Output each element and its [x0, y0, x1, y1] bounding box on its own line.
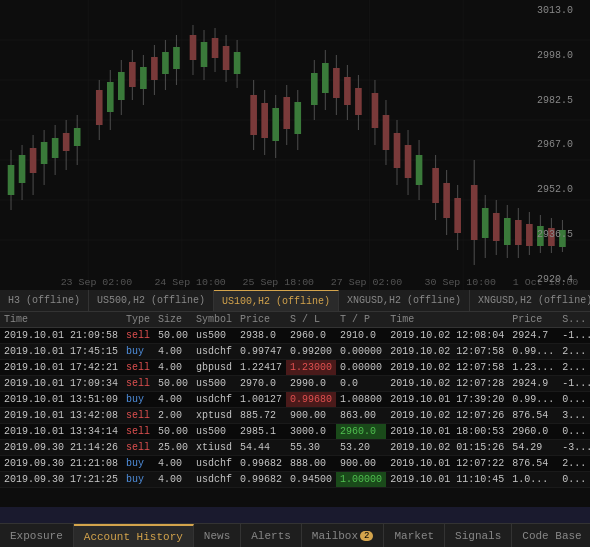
- cell-symbol: us500: [192, 328, 236, 344]
- cell-s: 2...: [558, 456, 590, 472]
- bottom-tabs: Exposure Account History News Alerts Mai…: [0, 523, 590, 547]
- cell-sl: 2960.0: [286, 328, 336, 344]
- svg-rect-67: [333, 68, 340, 98]
- tab-code-base[interactable]: Code Base: [512, 524, 590, 547]
- cell-open-time: 2019.10.01 13:34:14: [0, 424, 122, 440]
- chart-tabs: H3 (offline) US500,H2 (offline) US100,H2…: [0, 290, 590, 312]
- cell-type: sell: [122, 360, 154, 376]
- cell-tp: 1.00000: [336, 472, 386, 488]
- cell-symbol: gbpusd: [192, 360, 236, 376]
- svg-rect-55: [261, 103, 268, 138]
- chart-tab-us500[interactable]: US500,H2 (offline): [89, 290, 214, 311]
- cell-tp: 2960.0: [336, 424, 386, 440]
- cell-size: 25.00: [154, 440, 192, 456]
- svg-rect-17: [30, 148, 37, 173]
- col-size: Size: [154, 312, 192, 328]
- cell-close-time: 2019.10.02 12:07:58: [386, 360, 508, 376]
- table-row[interactable]: 2019.10.01 13:42:08 sell 2.00 xptusd 885…: [0, 408, 590, 424]
- cell-size: 4.00: [154, 456, 192, 472]
- tab-news[interactable]: News: [194, 524, 241, 547]
- svg-rect-35: [140, 67, 147, 89]
- col-sl: S / L: [286, 312, 336, 328]
- table-row[interactable]: 2019.09.30 17:21:25 buy 4.00 usdchf 0.99…: [0, 472, 590, 488]
- tab-alerts[interactable]: Alerts: [241, 524, 302, 547]
- cell-type: sell: [122, 440, 154, 456]
- cell-tp: 0.00000: [336, 344, 386, 360]
- tab-signals[interactable]: Signals: [445, 524, 512, 547]
- svg-text:25 Sep 18:00: 25 Sep 18:00: [243, 277, 315, 287]
- svg-rect-33: [129, 62, 136, 87]
- svg-text:30 Sep 10:00: 30 Sep 10:00: [425, 277, 497, 287]
- chart-tab-xngusd2[interactable]: XNGUSD,H2 (offline): [470, 290, 590, 311]
- cell-close-price: 876.54: [508, 408, 558, 424]
- table-row[interactable]: 2019.10.01 13:34:14 sell 50.00 us500 298…: [0, 424, 590, 440]
- svg-rect-53: [250, 95, 257, 135]
- table-row[interactable]: 2019.09.30 21:14:26 sell 25.00 xtiusd 54…: [0, 440, 590, 456]
- cell-sl: 3000.0: [286, 424, 336, 440]
- table-row[interactable]: 2019.10.01 17:45:15 buy 4.00 usdchf 0.99…: [0, 344, 590, 360]
- cell-tp: 2910.0: [336, 328, 386, 344]
- cell-type: sell: [122, 328, 154, 344]
- cell-open-price: 0.99682: [236, 456, 286, 472]
- table-row[interactable]: 2019.10.01 17:09:34 sell 50.00 us500 297…: [0, 376, 590, 392]
- cell-s: 3...: [558, 408, 590, 424]
- cell-tp: 0.00000: [336, 360, 386, 376]
- table-row[interactable]: 2019.10.01 13:51:09 buy 4.00 usdchf 1.00…: [0, 392, 590, 408]
- col-close-time: Time: [386, 312, 508, 328]
- col-tp: T / P: [336, 312, 386, 328]
- svg-rect-79: [405, 145, 412, 178]
- svg-rect-83: [432, 168, 439, 203]
- cell-s: -3...: [558, 440, 590, 456]
- price-labels: 3013.0 2998.0 2982.5 2967.0 2952.0 2936.…: [535, 0, 590, 290]
- cell-type: sell: [122, 408, 154, 424]
- cell-close-time: 2019.10.02 01:15:26: [386, 440, 508, 456]
- cell-close-time: 2019.10.01 11:10:45: [386, 472, 508, 488]
- price-label-6: 2936.5: [537, 229, 588, 240]
- cell-open-price: 0.99682: [236, 472, 286, 488]
- tab-market[interactable]: Market: [384, 524, 445, 547]
- tab-mailbox[interactable]: Mailbox 2: [302, 524, 385, 547]
- cell-close-price: 1.0...: [508, 472, 558, 488]
- chart-tab-us100[interactable]: US100,H2 (offline): [214, 290, 339, 311]
- cell-open-time: 2019.09.30 21:21:08: [0, 456, 122, 472]
- cell-close-price: 54.29: [508, 440, 558, 456]
- cell-tp: 0.0: [336, 376, 386, 392]
- cell-open-price: 2938.0: [236, 328, 286, 344]
- cell-size: 50.00: [154, 424, 192, 440]
- cell-close-price: 1.23...: [508, 360, 558, 376]
- svg-rect-61: [294, 102, 301, 134]
- cell-open-time: 2019.10.01 13:51:09: [0, 392, 122, 408]
- cell-close-time: 2019.10.01 17:39:20: [386, 392, 508, 408]
- svg-rect-15: [19, 155, 26, 183]
- col-price: Price: [236, 312, 286, 328]
- tab-account-history[interactable]: Account History: [74, 524, 194, 547]
- mailbox-badge: 2: [360, 531, 373, 541]
- cell-type: buy: [122, 392, 154, 408]
- cell-size: 4.00: [154, 472, 192, 488]
- cell-type: buy: [122, 472, 154, 488]
- cell-open-time: 2019.09.30 21:14:26: [0, 440, 122, 456]
- svg-rect-85: [443, 183, 450, 218]
- svg-rect-51: [234, 52, 241, 74]
- cell-sl: 2990.0: [286, 376, 336, 392]
- cell-open-price: 1.22417: [236, 360, 286, 376]
- cell-close-time: 2019.10.01 12:07:22: [386, 456, 508, 472]
- cell-open-price: 54.44: [236, 440, 286, 456]
- cell-symbol: xtiusd: [192, 440, 236, 456]
- cell-close-price: 0.99...: [508, 392, 558, 408]
- cell-symbol: usdchf: [192, 344, 236, 360]
- cell-open-time: 2019.09.30 17:21:25: [0, 472, 122, 488]
- cell-close-price: 2924.9: [508, 376, 558, 392]
- chart-tab-h3[interactable]: H3 (offline): [0, 290, 89, 311]
- tab-exposure[interactable]: Exposure: [0, 524, 74, 547]
- svg-text:27 Sep 02:00: 27 Sep 02:00: [331, 277, 403, 287]
- chart-tab-xngusd1[interactable]: XNGUSD,H2 (offline): [339, 290, 470, 311]
- table-row[interactable]: 2019.10.01 21:09:58 sell 50.00 us500 293…: [0, 328, 590, 344]
- svg-rect-91: [482, 208, 489, 238]
- table-row[interactable]: 2019.10.01 17:42:21 sell 4.00 gbpusd 1.2…: [0, 360, 590, 376]
- cell-s: 0...: [558, 424, 590, 440]
- cell-symbol: xptusd: [192, 408, 236, 424]
- cell-symbol: us500: [192, 424, 236, 440]
- cell-s: -1...: [558, 376, 590, 392]
- table-row[interactable]: 2019.09.30 21:21:08 buy 4.00 usdchf 0.99…: [0, 456, 590, 472]
